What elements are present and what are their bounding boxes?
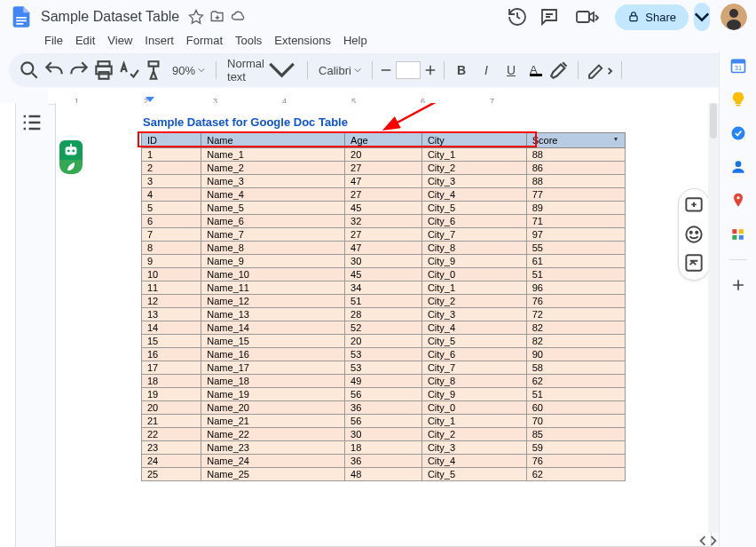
table-cell[interactable]: 20 — [142, 401, 201, 415]
outline-icon[interactable] — [20, 110, 44, 135]
scrollbar-thumb[interactable] — [710, 103, 717, 139]
table-cell[interactable]: 36 — [345, 455, 422, 468]
table-cell[interactable]: 62 — [526, 468, 625, 481]
table-cell[interactable]: 22 — [142, 428, 201, 441]
cloud-status-icon[interactable] — [231, 9, 247, 25]
table-cell[interactable]: 85 — [526, 428, 625, 441]
table-cell[interactable]: City_3 — [421, 308, 526, 321]
table-cell[interactable]: 12 — [142, 295, 201, 308]
table-header-cell[interactable]: Age — [345, 133, 422, 148]
table-cell[interactable]: 71 — [526, 215, 625, 228]
table-cell[interactable]: 97 — [526, 228, 625, 242]
table-header-cell[interactable]: City — [421, 133, 526, 148]
table-cell[interactable]: 36 — [345, 401, 422, 415]
table-row[interactable]: 25Name_2548City_562 — [142, 468, 626, 481]
table-cell[interactable]: City_9 — [421, 388, 526, 401]
table-cell[interactable]: 15 — [142, 335, 201, 348]
table-row[interactable]: 1Name_120City_188 — [142, 148, 626, 162]
table-cell[interactable]: Name_1 — [201, 148, 345, 162]
table-cell[interactable]: 76 — [526, 295, 625, 308]
table-cell[interactable]: Name_6 — [201, 215, 345, 228]
table-cell[interactable]: City_6 — [421, 215, 526, 228]
table-row[interactable]: 17Name_1753City_758 — [142, 361, 626, 375]
table-cell[interactable]: Name_8 — [201, 242, 345, 255]
table-cell[interactable]: 32 — [345, 215, 422, 228]
history-icon[interactable] — [507, 6, 528, 28]
table-cell[interactable]: City_5 — [421, 468, 526, 481]
spellcheck-icon[interactable] — [117, 59, 140, 82]
table-cell[interactable]: 14 — [142, 321, 201, 335]
menu-view[interactable]: View — [102, 32, 138, 49]
table-cell[interactable]: 13 — [142, 308, 201, 321]
contacts-app-icon[interactable] — [729, 158, 747, 176]
maps-app-icon[interactable] — [729, 192, 747, 210]
table-cell[interactable]: 8 — [142, 242, 201, 255]
table-cell[interactable]: 53 — [345, 361, 422, 375]
table-cell[interactable]: City_4 — [421, 455, 526, 468]
leaf-badge-icon[interactable] — [59, 160, 83, 174]
table-cell[interactable]: City_1 — [421, 281, 526, 295]
table-cell[interactable]: 25 — [142, 468, 201, 481]
table-cell[interactable]: 17 — [142, 361, 201, 375]
add-app-icon[interactable] — [729, 276, 747, 294]
increase-font-icon[interactable] — [422, 59, 438, 82]
table-cell[interactable]: 89 — [526, 202, 625, 215]
vertical-scrollbar[interactable] — [708, 103, 719, 533]
table-cell[interactable]: 28 — [345, 308, 422, 321]
table-cell[interactable]: 21 — [142, 415, 201, 428]
table-row[interactable]: 18Name_1849City_862 — [142, 375, 626, 388]
table-cell[interactable]: 20 — [345, 335, 422, 348]
table-cell[interactable]: City_7 — [421, 361, 526, 375]
table-row[interactable]: 2Name_227City_286 — [142, 162, 626, 175]
table-cell[interactable]: 7 — [142, 228, 201, 242]
table-cell[interactable]: 52 — [345, 321, 422, 335]
table-cell[interactable]: 19 — [142, 388, 201, 401]
emoji-reaction-icon[interactable] — [682, 223, 705, 246]
menu-file[interactable]: File — [39, 32, 68, 49]
table-row[interactable]: 9Name_930City_961 — [142, 255, 626, 268]
table-cell[interactable]: Name_10 — [201, 268, 345, 281]
table-cell[interactable]: 18 — [345, 441, 422, 455]
meet-icon[interactable] — [571, 6, 604, 28]
table-row[interactable]: 20Name_2036City_060 — [142, 401, 626, 415]
table-cell[interactable]: 10 — [142, 268, 201, 281]
table-cell[interactable]: 27 — [345, 188, 422, 202]
table-row[interactable]: 7Name_727City_797 — [142, 228, 626, 242]
table-cell[interactable]: Name_22 — [201, 428, 345, 441]
table-row[interactable]: 10Name_1045City_051 — [142, 268, 626, 281]
table-cell[interactable]: 49 — [345, 375, 422, 388]
print-icon[interactable] — [92, 59, 115, 82]
table-cell[interactable]: City_3 — [421, 175, 526, 188]
table-cell[interactable]: 58 — [526, 361, 625, 375]
italic-icon[interactable]: I — [475, 59, 498, 82]
calendar-app-icon[interactable]: 31 — [729, 57, 747, 75]
table-cell[interactable]: Name_16 — [201, 348, 345, 361]
table-row[interactable]: 11Name_1134City_196 — [142, 281, 626, 295]
user-avatar[interactable] — [721, 4, 747, 30]
table-cell[interactable]: Name_12 — [201, 295, 345, 308]
document-title[interactable]: Sample Dataset Table — [37, 7, 183, 27]
table-row[interactable]: 24Name_2436City_476 — [142, 455, 626, 468]
table-cell[interactable]: 59 — [526, 441, 625, 455]
table-cell[interactable]: 3 — [142, 175, 201, 188]
search-menus-icon[interactable] — [18, 59, 41, 82]
table-cell[interactable]: 82 — [526, 335, 625, 348]
decrease-font-icon[interactable] — [378, 59, 394, 82]
highlight-icon[interactable] — [549, 59, 572, 82]
table-cell[interactable]: 61 — [526, 255, 625, 268]
table-cell[interactable]: Name_13 — [201, 308, 345, 321]
table-cell[interactable]: Name_14 — [201, 321, 345, 335]
menu-insert[interactable]: Insert — [139, 32, 179, 49]
menu-tools[interactable]: Tools — [230, 32, 267, 49]
filter-dropdown-icon[interactable]: ▾ — [614, 135, 623, 144]
table-row[interactable]: 8Name_847City_855 — [142, 242, 626, 255]
table-row[interactable]: 14Name_1452City_482 — [142, 321, 626, 335]
table-cell[interactable]: 56 — [345, 388, 422, 401]
table-row[interactable]: 4Name_427City_477 — [142, 188, 626, 202]
table-cell[interactable]: 6 — [142, 215, 201, 228]
table-cell[interactable]: 23 — [142, 441, 201, 455]
table-cell[interactable]: 70 — [526, 415, 625, 428]
table-cell[interactable]: Name_25 — [201, 468, 345, 481]
table-cell[interactable]: 90 — [526, 348, 625, 361]
table-cell[interactable]: Name_18 — [201, 375, 345, 388]
